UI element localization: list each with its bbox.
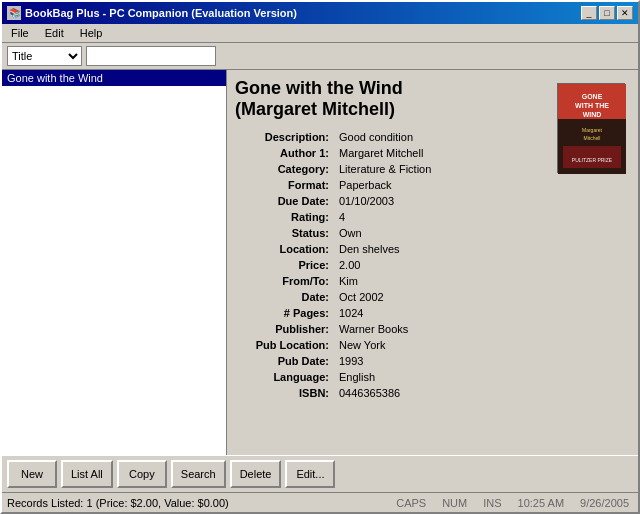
menu-edit[interactable]: Edit <box>41 26 68 40</box>
svg-text:WITH THE: WITH THE <box>575 102 609 109</box>
status-bar: Records Listed: 1 (Price: $2.00, Value: … <box>2 492 638 512</box>
detail-row: Language:English <box>237 370 628 384</box>
detail-value: New York <box>339 338 628 352</box>
detail-row: Location:Den shelves <box>237 242 628 256</box>
detail-label: Price: <box>237 258 337 272</box>
toolbar: Title Author ISBN Category <box>2 43 638 70</box>
detail-label: # Pages: <box>237 306 337 320</box>
new-button[interactable]: New <box>7 460 57 488</box>
detail-row: Date:Oct 2002 <box>237 290 628 304</box>
time-display: 10:25 AM <box>514 497 568 509</box>
list-item[interactable]: Gone with the Wind <box>2 70 226 86</box>
title-bar: 📚 BookBag Plus - PC Companion (Evaluatio… <box>2 2 638 24</box>
search-input[interactable] <box>86 46 216 66</box>
detail-label: Status: <box>237 226 337 240</box>
caps-indicator: CAPS <box>392 497 430 509</box>
title-bar-controls: _ □ ✕ <box>581 6 633 20</box>
detail-row: From/To:Kim <box>237 274 628 288</box>
detail-label: Rating: <box>237 210 337 224</box>
detail-label: Date: <box>237 290 337 304</box>
detail-label: Format: <box>237 178 337 192</box>
detail-label: Author 1: <box>237 146 337 160</box>
search-button[interactable]: Search <box>171 460 226 488</box>
close-button[interactable]: ✕ <box>617 6 633 20</box>
book-cover-image: GONE WITH THE WIND Margaret Mitchell PUL… <box>558 84 626 174</box>
svg-text:Margaret: Margaret <box>582 127 603 133</box>
detail-row: Pub Date:1993 <box>237 354 628 368</box>
detail-panel: Gone with the Wind (Margaret Mitchell) G… <box>227 70 638 455</box>
maximize-button[interactable]: □ <box>599 6 615 20</box>
detail-label: Pub Location: <box>237 338 337 352</box>
detail-value: Den shelves <box>339 242 628 256</box>
detail-header: Gone with the Wind (Margaret Mitchell) G… <box>235 78 630 120</box>
edit-button[interactable]: Edit... <box>285 460 335 488</box>
ins-indicator: INS <box>479 497 505 509</box>
main-area: Gone with the Wind Gone with the Wind (M… <box>2 70 638 455</box>
book-cover: GONE WITH THE WIND Margaret Mitchell PUL… <box>557 83 625 173</box>
detail-value: 4 <box>339 210 628 224</box>
detail-value: Kim <box>339 274 628 288</box>
detail-value: 0446365386 <box>339 386 628 400</box>
book-list-panel: Gone with the Wind <box>2 70 227 455</box>
detail-value: Oct 2002 <box>339 290 628 304</box>
detail-label: Description: <box>237 130 337 144</box>
menu-file[interactable]: File <box>7 26 33 40</box>
svg-text:GONE: GONE <box>582 93 603 100</box>
detail-label: ISBN: <box>237 386 337 400</box>
status-indicators: CAPS NUM INS 10:25 AM 9/26/2005 <box>392 497 633 509</box>
main-window: 📚 BookBag Plus - PC Companion (Evaluatio… <box>0 0 640 514</box>
detail-value: English <box>339 370 628 384</box>
detail-label: From/To: <box>237 274 337 288</box>
menu-bar: File Edit Help <box>2 24 638 43</box>
book-title: Gone with the Wind (Margaret Mitchell) <box>235 78 550 120</box>
detail-value: Warner Books <box>339 322 628 336</box>
detail-value: Paperback <box>339 178 628 192</box>
app-icon: 📚 <box>7 6 21 20</box>
svg-text:WIND: WIND <box>583 111 602 118</box>
svg-text:Mitchell: Mitchell <box>584 135 601 141</box>
num-indicator: NUM <box>438 497 471 509</box>
search-type-select[interactable]: Title Author ISBN Category <box>7 46 82 66</box>
records-status: Records Listed: 1 (Price: $2.00, Value: … <box>7 497 229 509</box>
menu-help[interactable]: Help <box>76 26 107 40</box>
copy-button[interactable]: Copy <box>117 460 167 488</box>
detail-label: Location: <box>237 242 337 256</box>
detail-row: Rating:4 <box>237 210 628 224</box>
button-bar: New List All Copy Search Delete Edit... <box>2 455 638 492</box>
detail-row: Price:2.00 <box>237 258 628 272</box>
detail-row: Status:Own <box>237 226 628 240</box>
delete-button[interactable]: Delete <box>230 460 282 488</box>
detail-row: # Pages:1024 <box>237 306 628 320</box>
detail-value: 1024 <box>339 306 628 320</box>
svg-text:PULITZER PRIZE: PULITZER PRIZE <box>572 157 613 163</box>
detail-value: 1993 <box>339 354 628 368</box>
detail-label: Language: <box>237 370 337 384</box>
detail-label: Category: <box>237 162 337 176</box>
detail-row: Publisher:Warner Books <box>237 322 628 336</box>
title-bar-text: 📚 BookBag Plus - PC Companion (Evaluatio… <box>7 6 297 20</box>
detail-row: Format:Paperback <box>237 178 628 192</box>
detail-value: 2.00 <box>339 258 628 272</box>
detail-row: Due Date:01/10/2003 <box>237 194 628 208</box>
detail-label: Publisher: <box>237 322 337 336</box>
detail-row: Pub Location:New York <box>237 338 628 352</box>
list-all-button[interactable]: List All <box>61 460 113 488</box>
minimize-button[interactable]: _ <box>581 6 597 20</box>
detail-value: 01/10/2003 <box>339 194 628 208</box>
detail-label: Due Date: <box>237 194 337 208</box>
date-display: 9/26/2005 <box>576 497 633 509</box>
detail-row: ISBN:0446365386 <box>237 386 628 400</box>
detail-label: Pub Date: <box>237 354 337 368</box>
detail-value: Own <box>339 226 628 240</box>
